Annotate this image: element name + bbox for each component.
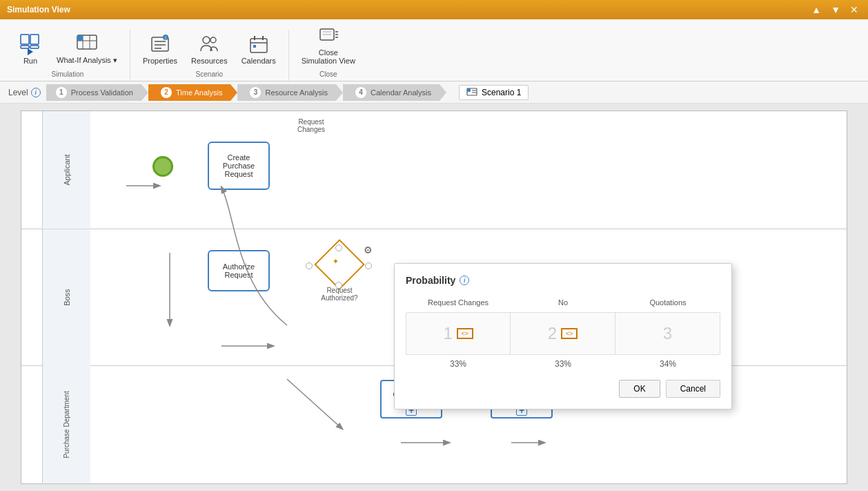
- prob-icon-2: <>: [561, 328, 578, 339]
- task-create-purchase-request[interactable]: CreatePurchaseRequest: [208, 142, 270, 190]
- svg-point-16: [203, 37, 210, 44]
- calendars-label: Calendars: [241, 57, 276, 65]
- gateway-port-right: [365, 262, 372, 269]
- start-event[interactable]: [152, 156, 173, 177]
- level-steps: 1 Process Validation 2 Time Analysis 3 R…: [46, 84, 440, 101]
- prob-col-1: Request Changes: [406, 296, 511, 309]
- prob-cell-3[interactable]: 3: [615, 313, 720, 354]
- step2-label: Time Analysis: [176, 88, 222, 97]
- ribbon-group-scenario: i Properties Resources: [130, 30, 289, 81]
- step2-num: 2: [161, 87, 172, 98]
- prob-headers: Request Changes No Quotations: [406, 296, 720, 309]
- cancel-button[interactable]: Cancel: [666, 380, 720, 398]
- svg-point-17: [210, 37, 216, 43]
- level-bar: Level i 1 Process Validation 2 Time Anal…: [0, 81, 868, 104]
- diagram-container: Applicant CreatePurchaseRequest RequestC…: [21, 110, 847, 484]
- ribbon-groups: Run What-If Analysis ▾ Simu: [0, 22, 868, 81]
- svg-rect-22: [253, 45, 256, 48]
- scenario-box[interactable]: Scenario 1: [459, 85, 529, 100]
- scenario-icon: [466, 88, 477, 97]
- run-button[interactable]: Run: [14, 30, 47, 68]
- simulation-group-label: Simulation: [52, 70, 84, 78]
- prob-title: Probability i: [406, 275, 720, 286]
- simulation-buttons: Run What-If Analysis ▾: [14, 30, 121, 68]
- run-icon: [19, 33, 41, 55]
- step-calendar-analysis[interactable]: 4 Calendar Analysis: [343, 84, 440, 101]
- lane-header-applicant: Applicant: [42, 111, 90, 229]
- gateway-port-bottom: [335, 282, 342, 289]
- step4-num: 4: [355, 87, 366, 98]
- task-authorize-label: AuthorizeRequest: [223, 262, 255, 279]
- main-canvas: Applicant CreatePurchaseRequest RequestC…: [0, 104, 868, 491]
- level-label: Level i: [8, 88, 41, 97]
- gateway-request-authorized[interactable]: ✦: [322, 247, 357, 282]
- lane-applicant: Applicant CreatePurchaseRequest RequestC…: [21, 111, 847, 229]
- scenario-buttons: i Properties Resources: [139, 30, 280, 68]
- close-group-label: Close: [319, 70, 337, 78]
- lane-header-boss: Boss: [42, 229, 90, 366]
- properties-button[interactable]: i Properties: [139, 30, 181, 68]
- resources-icon: [198, 33, 220, 55]
- what-if-label: What-If Analysis ▾: [57, 56, 117, 65]
- step-process-validation[interactable]: 1 Process Validation: [46, 84, 141, 101]
- prob-icon-1: <>: [457, 328, 473, 339]
- title-bar: Simulation View ▲ ▼ ✕: [0, 0, 868, 19]
- what-if-icon: [76, 32, 98, 55]
- ribbon-group-close: CloseSimulation View Close: [289, 22, 368, 81]
- run-label: Run: [23, 57, 37, 65]
- svg-marker-4: [28, 48, 33, 55]
- task-create-label: CreatePurchaseRequest: [223, 153, 255, 178]
- step3-num: 3: [250, 87, 261, 98]
- close-buttons: CloseSimulation View: [297, 22, 359, 68]
- gateway-port-top: [335, 244, 342, 251]
- probability-dialog: Probability i Request Changes No Quotati…: [394, 263, 732, 410]
- prob-pct-row: 33% 33% 34%: [406, 359, 720, 369]
- svg-rect-30: [467, 88, 471, 92]
- level-text: Level: [8, 88, 28, 97]
- ok-button[interactable]: OK: [619, 380, 660, 398]
- step3-label: Resource Analysis: [265, 88, 328, 97]
- minimize-icon[interactable]: ▲: [809, 4, 824, 15]
- scenario-group-label: Scenario: [196, 70, 223, 78]
- prob-cell-1[interactable]: 1 <>: [406, 313, 511, 354]
- close-sim-button[interactable]: CloseSimulation View: [297, 22, 359, 68]
- prob-cell-2[interactable]: 2 <>: [511, 313, 615, 354]
- properties-icon: i: [149, 33, 171, 55]
- gateway-port-left: [306, 262, 313, 269]
- resources-button[interactable]: Resources: [187, 30, 232, 68]
- task-authorize-request[interactable]: AuthorizeRequest: [208, 250, 270, 291]
- prob-title-text: Probability: [406, 275, 455, 286]
- prob-num-1: 1: [443, 324, 452, 343]
- step4-label: Calendar Analysis: [371, 88, 431, 97]
- close-icon[interactable]: ✕: [847, 4, 861, 15]
- prob-num-3: 3: [663, 324, 672, 343]
- gateway-label: RequestAuthorized?: [310, 287, 369, 302]
- window-title: Simulation View: [7, 5, 70, 15]
- svg-rect-1: [30, 35, 39, 44]
- svg-rect-2: [21, 46, 29, 48]
- level-info-icon[interactable]: i: [31, 88, 41, 97]
- prob-col-2: No: [511, 296, 615, 309]
- what-if-button[interactable]: What-If Analysis ▾: [52, 30, 121, 68]
- lane-header-purchase-dept: Purchase Department: [42, 366, 90, 483]
- svg-rect-0: [21, 35, 29, 44]
- scenario-label: Scenario 1: [482, 88, 521, 97]
- gear-icon: ⚙: [364, 244, 373, 256]
- svg-rect-18: [250, 39, 267, 52]
- prob-footer: OK Cancel: [406, 380, 720, 398]
- close-sim-icon: [317, 25, 339, 47]
- step1-num: 1: [56, 87, 67, 98]
- prob-pct-1: 33%: [406, 359, 511, 369]
- svg-rect-9: [77, 35, 83, 41]
- prob-info-icon[interactable]: i: [460, 276, 469, 285]
- ribbon: Run What-If Analysis ▾ Simu: [0, 19, 868, 81]
- calendars-icon: [248, 33, 270, 55]
- step-resource-analysis[interactable]: 3 Resource Analysis: [237, 84, 336, 101]
- step-time-analysis[interactable]: 2 Time Analysis: [148, 84, 230, 101]
- prob-col-3: Quotations: [615, 296, 720, 309]
- prob-value-row: 1 <> 2 <> 3: [406, 312, 720, 355]
- step1-label: Process Validation: [71, 88, 133, 97]
- maximize-icon[interactable]: ▼: [828, 4, 843, 15]
- calendars-button[interactable]: Calendars: [237, 30, 280, 68]
- prob-pct-3: 34%: [615, 359, 720, 369]
